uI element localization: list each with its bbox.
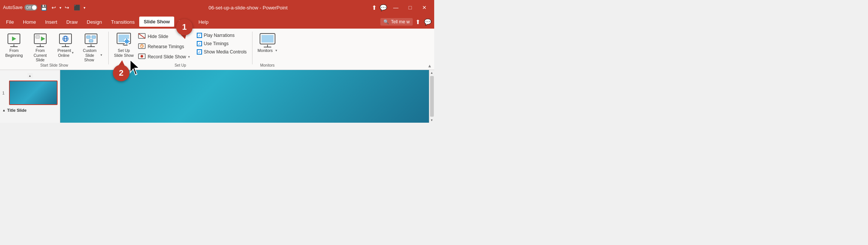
menu-view[interactable]: View (174, 17, 194, 27)
custom-slide-show-button[interactable]: Custom SlideShow ▾ (78, 31, 105, 64)
toggle-off-label: Off (26, 6, 31, 10)
menu-file[interactable]: File (2, 17, 18, 27)
ribbon-collapse-button[interactable]: ▲ (427, 63, 433, 69)
monitors-content: Monitors ▾ (255, 31, 280, 62)
menu-bar: File Home Insert Draw Design Transitions… (0, 15, 434, 29)
undo-dropdown[interactable]: ▾ (59, 6, 61, 10)
app-title: 06-set-up-a-slide-show - PowerPoint (126, 5, 371, 11)
set-up-label: Set UpSlide Show (114, 48, 134, 58)
menu-draw[interactable]: Draw (62, 17, 82, 27)
search-box[interactable]: 🔍 Tell me w (380, 18, 413, 26)
expand-icon[interactable]: ▲ (2, 108, 6, 112)
menu-slideshow[interactable]: Slide Show (139, 17, 174, 27)
set-up-slide-show-button[interactable]: Set UpSlide Show (112, 31, 136, 59)
search-placeholder: Tell me w (391, 19, 410, 24)
comment-ribbon-icon[interactable]: 💬 (423, 17, 433, 27)
menu-design[interactable]: Design (82, 17, 106, 27)
from-beginning-button[interactable]: FromBeginning (3, 31, 25, 59)
menu-insert[interactable]: Insert (41, 17, 62, 27)
scrollbar-thumb[interactable] (430, 76, 434, 117)
scrollbar-up-button[interactable]: ▲ (429, 70, 435, 75)
menu-home[interactable]: Home (18, 17, 41, 27)
hide-slide-label: Hide Slide (147, 34, 168, 39)
show-media-controls-check[interactable]: ✓ Show Media Controls (195, 48, 249, 56)
custom-slide-show-icon (84, 32, 99, 48)
menu-transitions[interactable]: Transitions (106, 17, 139, 27)
autosave-toggle[interactable]: Off (24, 5, 37, 11)
ribbon: FromBeginning FromCurrent Slide (0, 29, 434, 70)
play-narrations-label: Play Narrations (204, 33, 235, 38)
menu-help[interactable]: Help (194, 17, 213, 27)
from-current-icon (33, 32, 48, 48)
slide-thumb-bg (10, 81, 57, 104)
group-start-slide-show: FromBeginning FromCurrent Slide (2, 30, 107, 70)
scrollbar-down-button[interactable]: ▼ (429, 117, 435, 123)
monitors-group-label: Monitors (260, 63, 274, 67)
window-controls: ⬆ 💬 — □ ✕ (371, 2, 431, 13)
vertical-scrollbar: ▲ ▼ (429, 70, 434, 123)
redo-icon[interactable]: ↪ (64, 3, 70, 12)
use-timings-checkmark: ✓ (197, 41, 202, 46)
slide-number: 1 (2, 91, 5, 95)
setup-group-label: Set Up (175, 63, 186, 67)
from-beginning-icon (6, 32, 21, 48)
svg-marker-6 (41, 37, 45, 41)
use-timings-label: Use Timings (204, 41, 229, 46)
comments-icon[interactable]: 💬 (379, 3, 388, 12)
start-group-label: Start Slide Show (40, 63, 68, 67)
share-icon[interactable]: ⬆ (371, 3, 378, 12)
menu-right: 🔍 Tell me w ⬆ 💬 (380, 17, 433, 27)
scroll-up-button[interactable]: ▲ (27, 73, 33, 78)
quick-access-dropdown[interactable]: ▾ (84, 6, 85, 10)
show-media-controls-label: Show Media Controls (204, 49, 247, 55)
undo-icon[interactable]: ↩ (50, 3, 57, 12)
setup-btn-group: Set UpSlide Show Hide Slide (110, 30, 251, 70)
record-slide-show-icon (138, 53, 146, 61)
monitors-group: Monitors ▾ Monitors (254, 30, 281, 70)
monitors-button[interactable]: Monitors ▾ (255, 31, 280, 55)
svg-line-33 (138, 33, 145, 38)
main-slide-canvas (60, 70, 429, 123)
use-timings-check[interactable]: ✓ Use Timings (195, 40, 249, 47)
from-beginning-label: FromBeginning (5, 48, 23, 58)
svg-marker-1 (12, 37, 16, 41)
autosave-group: AutoSave Off (3, 5, 37, 11)
record-label: Record Slide Show (147, 54, 186, 59)
separator-2 (252, 32, 252, 64)
svg-line-37 (142, 46, 143, 47)
from-current-slide-button[interactable]: FromCurrent Slide (27, 31, 54, 64)
record-dropdown-arrow: ▾ (188, 55, 190, 59)
play-narrations-checkmark: ✓ (197, 33, 202, 38)
rehearse-timings-button[interactable]: Rehearse Timings (136, 42, 192, 52)
hide-slide-button[interactable]: Hide Slide (136, 32, 192, 41)
present-online-button[interactable]: PresentOnline ▾ (55, 31, 76, 59)
play-narrations-check[interactable]: ✓ Play Narrations (195, 32, 249, 39)
save-icon[interactable]: 💾 (40, 3, 48, 12)
title-bar: AutoSave Off 💾 ↩ ▾ ↪ ⬛ ▾ 06-set-up-a-sli… (0, 0, 434, 15)
svg-line-30 (123, 44, 124, 45)
hide-slide-icon (138, 33, 146, 40)
title-bar-left: AutoSave Off 💾 ↩ ▾ ↪ ⬛ ▾ (3, 3, 126, 12)
record-slide-show-button[interactable]: Record Slide Show ▾ (136, 52, 192, 62)
slide-thumb-wrapper: 1 (9, 81, 58, 105)
svg-rect-18 (89, 40, 93, 42)
set-up-icon (116, 32, 131, 48)
svg-rect-41 (261, 35, 274, 43)
maximize-button[interactable]: □ (403, 2, 417, 13)
scroll-up[interactable]: ▲ (2, 73, 58, 78)
from-current-label: FromCurrent Slide (29, 48, 52, 62)
section-header: ▲ Title Slide (2, 107, 58, 113)
autosave-label: AutoSave (3, 5, 23, 10)
svg-rect-16 (87, 36, 90, 38)
present-online-label: PresentOnline ▾ (58, 48, 74, 58)
present-icon[interactable]: ⬛ (73, 3, 81, 12)
monitors-icon (259, 32, 276, 48)
slide-panel: ▲ 1 ▲ Title Slide ▲ ▼ (0, 70, 434, 123)
slide-thumbnail[interactable] (9, 81, 58, 105)
monitors-label: Monitors ▾ (258, 48, 277, 53)
separator-1 (108, 32, 109, 64)
rehearse-timings-label: Rehearse Timings (147, 44, 184, 49)
minimize-button[interactable]: — (389, 2, 403, 13)
close-button[interactable]: ✕ (418, 2, 431, 13)
share-ribbon-icon[interactable]: ⬆ (414, 17, 421, 27)
